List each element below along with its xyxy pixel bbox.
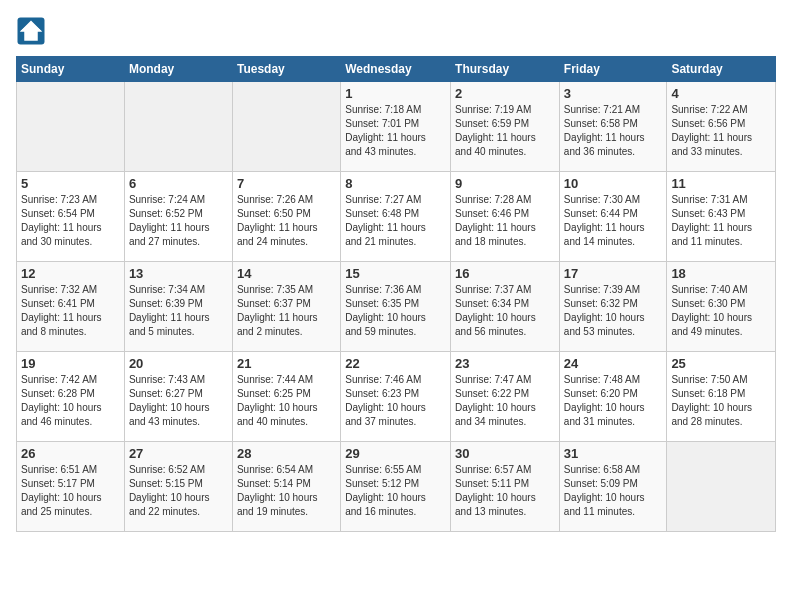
day-number: 5: [21, 176, 120, 191]
calendar-day-cell: 27Sunrise: 6:52 AM Sunset: 5:15 PM Dayli…: [124, 442, 232, 532]
logo: [16, 16, 50, 46]
day-number: 24: [564, 356, 663, 371]
day-number: 3: [564, 86, 663, 101]
day-number: 21: [237, 356, 336, 371]
day-info: Sunrise: 7:19 AM Sunset: 6:59 PM Dayligh…: [455, 104, 536, 157]
day-info: Sunrise: 7:39 AM Sunset: 6:32 PM Dayligh…: [564, 284, 645, 337]
day-info: Sunrise: 7:42 AM Sunset: 6:28 PM Dayligh…: [21, 374, 102, 427]
calendar-day-cell: 6Sunrise: 7:24 AM Sunset: 6:52 PM Daylig…: [124, 172, 232, 262]
day-number: 8: [345, 176, 446, 191]
calendar-week-row: 19Sunrise: 7:42 AM Sunset: 6:28 PM Dayli…: [17, 352, 776, 442]
calendar-week-row: 26Sunrise: 6:51 AM Sunset: 5:17 PM Dayli…: [17, 442, 776, 532]
calendar-day-cell: 4Sunrise: 7:22 AM Sunset: 6:56 PM Daylig…: [667, 82, 776, 172]
day-header-saturday: Saturday: [667, 57, 776, 82]
day-number: 15: [345, 266, 446, 281]
day-header-thursday: Thursday: [451, 57, 560, 82]
day-info: Sunrise: 6:57 AM Sunset: 5:11 PM Dayligh…: [455, 464, 536, 517]
day-info: Sunrise: 6:54 AM Sunset: 5:14 PM Dayligh…: [237, 464, 318, 517]
calendar-day-cell: 7Sunrise: 7:26 AM Sunset: 6:50 PM Daylig…: [232, 172, 340, 262]
day-header-monday: Monday: [124, 57, 232, 82]
day-header-friday: Friday: [559, 57, 667, 82]
calendar-day-cell: 14Sunrise: 7:35 AM Sunset: 6:37 PM Dayli…: [232, 262, 340, 352]
day-info: Sunrise: 7:34 AM Sunset: 6:39 PM Dayligh…: [129, 284, 210, 337]
day-number: 25: [671, 356, 771, 371]
day-number: 23: [455, 356, 555, 371]
day-info: Sunrise: 7:30 AM Sunset: 6:44 PM Dayligh…: [564, 194, 645, 247]
day-info: Sunrise: 6:58 AM Sunset: 5:09 PM Dayligh…: [564, 464, 645, 517]
day-info: Sunrise: 7:36 AM Sunset: 6:35 PM Dayligh…: [345, 284, 426, 337]
day-info: Sunrise: 7:26 AM Sunset: 6:50 PM Dayligh…: [237, 194, 318, 247]
day-info: Sunrise: 7:24 AM Sunset: 6:52 PM Dayligh…: [129, 194, 210, 247]
calendar-day-cell: 24Sunrise: 7:48 AM Sunset: 6:20 PM Dayli…: [559, 352, 667, 442]
page-header: [16, 16, 776, 46]
day-number: 6: [129, 176, 228, 191]
day-info: Sunrise: 7:48 AM Sunset: 6:20 PM Dayligh…: [564, 374, 645, 427]
calendar-day-cell: 26Sunrise: 6:51 AM Sunset: 5:17 PM Dayli…: [17, 442, 125, 532]
day-info: Sunrise: 7:50 AM Sunset: 6:18 PM Dayligh…: [671, 374, 752, 427]
calendar-week-row: 12Sunrise: 7:32 AM Sunset: 6:41 PM Dayli…: [17, 262, 776, 352]
day-number: 7: [237, 176, 336, 191]
day-number: 13: [129, 266, 228, 281]
day-number: 18: [671, 266, 771, 281]
logo-icon: [16, 16, 46, 46]
calendar-day-cell: 13Sunrise: 7:34 AM Sunset: 6:39 PM Dayli…: [124, 262, 232, 352]
day-info: Sunrise: 6:52 AM Sunset: 5:15 PM Dayligh…: [129, 464, 210, 517]
calendar-day-cell: 9Sunrise: 7:28 AM Sunset: 6:46 PM Daylig…: [451, 172, 560, 262]
day-number: 28: [237, 446, 336, 461]
day-number: 9: [455, 176, 555, 191]
calendar-day-cell: 28Sunrise: 6:54 AM Sunset: 5:14 PM Dayli…: [232, 442, 340, 532]
day-info: Sunrise: 7:21 AM Sunset: 6:58 PM Dayligh…: [564, 104, 645, 157]
day-info: Sunrise: 7:47 AM Sunset: 6:22 PM Dayligh…: [455, 374, 536, 427]
day-number: 12: [21, 266, 120, 281]
calendar-day-cell: 30Sunrise: 6:57 AM Sunset: 5:11 PM Dayli…: [451, 442, 560, 532]
day-number: 16: [455, 266, 555, 281]
calendar-day-cell: 1Sunrise: 7:18 AM Sunset: 7:01 PM Daylig…: [341, 82, 451, 172]
calendar-day-cell: 23Sunrise: 7:47 AM Sunset: 6:22 PM Dayli…: [451, 352, 560, 442]
day-number: 4: [671, 86, 771, 101]
day-info: Sunrise: 7:23 AM Sunset: 6:54 PM Dayligh…: [21, 194, 102, 247]
day-number: 27: [129, 446, 228, 461]
calendar-week-row: 5Sunrise: 7:23 AM Sunset: 6:54 PM Daylig…: [17, 172, 776, 262]
calendar-day-cell: 5Sunrise: 7:23 AM Sunset: 6:54 PM Daylig…: [17, 172, 125, 262]
day-number: 1: [345, 86, 446, 101]
day-info: Sunrise: 7:35 AM Sunset: 6:37 PM Dayligh…: [237, 284, 318, 337]
day-number: 2: [455, 86, 555, 101]
day-info: Sunrise: 7:46 AM Sunset: 6:23 PM Dayligh…: [345, 374, 426, 427]
day-number: 29: [345, 446, 446, 461]
day-number: 30: [455, 446, 555, 461]
calendar-day-cell: 10Sunrise: 7:30 AM Sunset: 6:44 PM Dayli…: [559, 172, 667, 262]
calendar-week-row: 1Sunrise: 7:18 AM Sunset: 7:01 PM Daylig…: [17, 82, 776, 172]
calendar-day-cell: 19Sunrise: 7:42 AM Sunset: 6:28 PM Dayli…: [17, 352, 125, 442]
calendar-day-cell: 25Sunrise: 7:50 AM Sunset: 6:18 PM Dayli…: [667, 352, 776, 442]
calendar-day-cell: 12Sunrise: 7:32 AM Sunset: 6:41 PM Dayli…: [17, 262, 125, 352]
day-number: 11: [671, 176, 771, 191]
day-number: 14: [237, 266, 336, 281]
day-info: Sunrise: 6:55 AM Sunset: 5:12 PM Dayligh…: [345, 464, 426, 517]
calendar-day-cell: 8Sunrise: 7:27 AM Sunset: 6:48 PM Daylig…: [341, 172, 451, 262]
calendar-table: SundayMondayTuesdayWednesdayThursdayFrid…: [16, 56, 776, 532]
day-number: 20: [129, 356, 228, 371]
calendar-day-cell: 17Sunrise: 7:39 AM Sunset: 6:32 PM Dayli…: [559, 262, 667, 352]
day-number: 17: [564, 266, 663, 281]
empty-day-cell: [232, 82, 340, 172]
calendar-day-cell: 16Sunrise: 7:37 AM Sunset: 6:34 PM Dayli…: [451, 262, 560, 352]
calendar-day-cell: 29Sunrise: 6:55 AM Sunset: 5:12 PM Dayli…: [341, 442, 451, 532]
day-info: Sunrise: 7:18 AM Sunset: 7:01 PM Dayligh…: [345, 104, 426, 157]
day-header-wednesday: Wednesday: [341, 57, 451, 82]
day-info: Sunrise: 7:28 AM Sunset: 6:46 PM Dayligh…: [455, 194, 536, 247]
day-info: Sunrise: 7:32 AM Sunset: 6:41 PM Dayligh…: [21, 284, 102, 337]
empty-day-cell: [124, 82, 232, 172]
day-info: Sunrise: 7:27 AM Sunset: 6:48 PM Dayligh…: [345, 194, 426, 247]
calendar-day-cell: 11Sunrise: 7:31 AM Sunset: 6:43 PM Dayli…: [667, 172, 776, 262]
calendar-day-cell: 3Sunrise: 7:21 AM Sunset: 6:58 PM Daylig…: [559, 82, 667, 172]
day-info: Sunrise: 7:37 AM Sunset: 6:34 PM Dayligh…: [455, 284, 536, 337]
calendar-day-cell: 22Sunrise: 7:46 AM Sunset: 6:23 PM Dayli…: [341, 352, 451, 442]
empty-day-cell: [17, 82, 125, 172]
calendar-header-row: SundayMondayTuesdayWednesdayThursdayFrid…: [17, 57, 776, 82]
calendar-day-cell: 31Sunrise: 6:58 AM Sunset: 5:09 PM Dayli…: [559, 442, 667, 532]
day-number: 31: [564, 446, 663, 461]
calendar-day-cell: 18Sunrise: 7:40 AM Sunset: 6:30 PM Dayli…: [667, 262, 776, 352]
day-number: 10: [564, 176, 663, 191]
day-info: Sunrise: 7:43 AM Sunset: 6:27 PM Dayligh…: [129, 374, 210, 427]
day-number: 26: [21, 446, 120, 461]
